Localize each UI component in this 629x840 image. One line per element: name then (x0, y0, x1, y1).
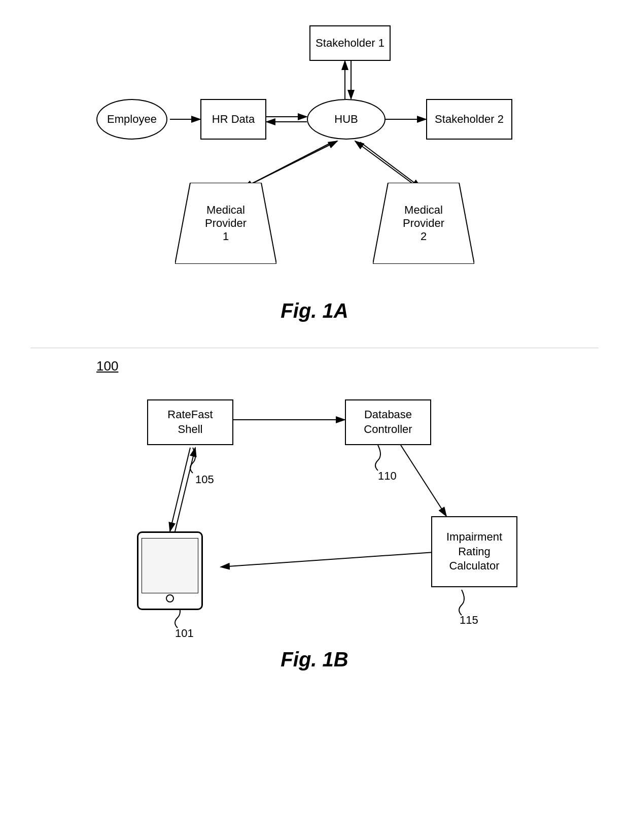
fig1b-title: Fig. 1B (281, 648, 348, 671)
figure-1a-diagram: Employee HR Data HUB Stakeholder 1 Stake… (86, 20, 543, 284)
medical-provider1-node: Medical Provider 1 (175, 183, 276, 264)
stakeholder2-node: Stakeholder 2 (426, 99, 512, 140)
hub-node: HUB (307, 99, 386, 140)
svg-line-11 (355, 141, 415, 185)
page: Employee HR Data HUB Stakeholder 1 Stake… (0, 0, 629, 840)
employee-node: Employee (96, 99, 167, 140)
stakeholder1-node: Stakeholder 1 (309, 25, 391, 61)
svg-line-19 (401, 445, 446, 516)
svg-line-20 (221, 552, 441, 567)
section-divider (30, 348, 599, 348)
db-id-label: 110 (378, 469, 397, 483)
svg-line-9 (249, 141, 337, 185)
impairment-calculator-node: Impairment Rating Calculator (431, 516, 517, 587)
svg-line-17 (175, 448, 195, 531)
database-controller-node: Database Controller (345, 399, 431, 445)
tablet-id-label: 101 (175, 627, 194, 640)
figure-1b-diagram: RateFast Shell 105 Database Controller 1… (96, 379, 533, 643)
fig1a-title: Fig. 1A (281, 299, 348, 322)
figure-1a-container: Employee HR Data HUB Stakeholder 1 Stake… (30, 20, 599, 322)
fig1b-diagram-label: 100 (96, 358, 118, 374)
ratefast-shell-node: RateFast Shell (147, 399, 233, 445)
svg-line-18 (170, 448, 190, 531)
hr-data-node: HR Data (200, 99, 266, 140)
calc-id-label: 115 (460, 614, 478, 627)
tablet-icon (137, 531, 203, 610)
medical-provider2-node: Medical Provider 2 (373, 183, 474, 264)
fig1b-header: 100 (96, 358, 533, 374)
tablet-screen (142, 538, 198, 593)
svg-line-10 (360, 142, 421, 188)
ratefast-id-label: 105 (195, 473, 214, 486)
tablet-home-button (166, 594, 174, 602)
figure-1b-container: 100 (30, 358, 599, 671)
svg-line-8 (243, 142, 332, 188)
